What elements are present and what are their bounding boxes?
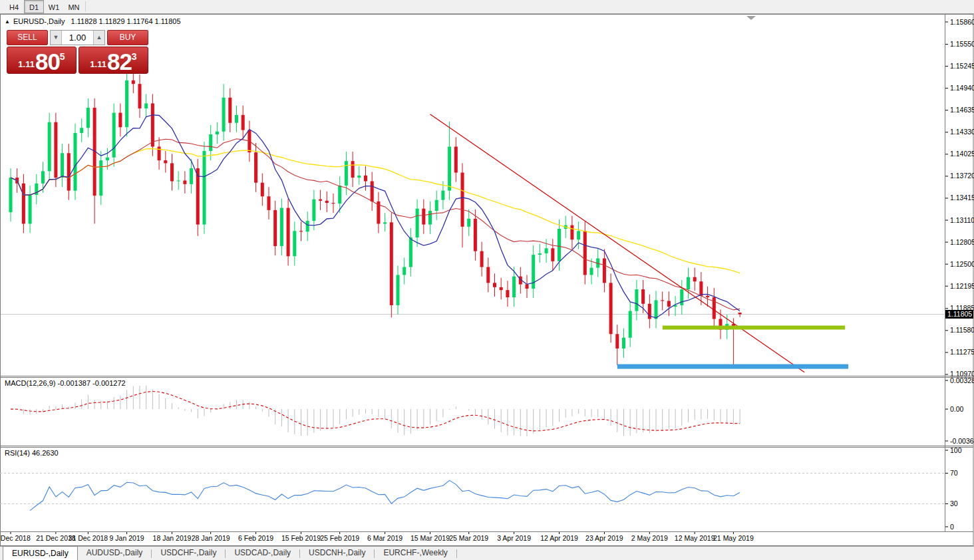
blue-support-line[interactable] [617,364,848,369]
price-tick-label: 1.13720 [950,172,974,180]
price-tick-label: 1.14330 [950,128,974,136]
one-click-trading-panel: SELL ▼ ▲ BUY 1.11 80 5 1.11 82 3 [7,30,148,74]
svg-text:70: 70 [950,469,958,477]
svg-text:12 Apr 2019: 12 Apr 2019 [540,534,578,542]
svg-text:23 Apr 2019: 23 Apr 2019 [585,534,623,542]
price-pane-layer [0,72,945,372]
svg-text:3 Apr 2019: 3 Apr 2019 [497,534,531,542]
price-tick-label: 1.14635 [950,106,974,114]
rsi-pane [0,450,948,527]
svg-text:6 Mar 2019: 6 Mar 2019 [367,534,403,542]
volume-down-icon[interactable]: ▼ [51,31,62,45]
svg-text:100: 100 [950,446,962,454]
price-tick-label: 1.14940 [950,84,974,92]
ma-fast-line [11,115,740,318]
svg-text:28 Jan 2019: 28 Jan 2019 [192,534,230,542]
sell-price-box[interactable]: 1.11 80 5 [7,47,77,74]
volume-up-icon[interactable]: ▲ [93,31,104,45]
macd-label: MACD(12,26,9) -0.001387 -0.001272 [5,379,126,387]
collapse-triangle-icon[interactable]: ▲ [5,19,10,25]
price-tick-label: 1.13415 [950,194,974,202]
buy-price-digits: 82 [107,51,132,72]
timeframe-d1-button[interactable]: D1 [24,0,44,13]
sell-button[interactable]: SELL [7,30,48,45]
buy-button[interactable]: BUY [107,30,148,45]
timeframe-mn-button[interactable]: MN [64,0,84,13]
rsi-line [30,480,740,510]
svg-text:1.11805: 1.11805 [947,310,972,318]
timeframe-w1-button[interactable]: W1 [44,0,64,13]
svg-text:15 Feb 2019: 15 Feb 2019 [281,534,321,542]
svg-text:25 Mar 2019: 25 Mar 2019 [449,534,488,542]
macd-pane [11,380,948,441]
tab-usdchf-daily[interactable]: USDCHF-,Daily [152,547,225,560]
price-tick-label: 1.15550 [950,40,974,48]
chart-ohlc-values: 1.11828 1.11829 1.11764 1.11805 [71,17,181,25]
price-tick-label: 1.12805 [950,238,974,246]
rsi-label: RSI(14) 46.2630 [5,449,59,457]
chart-symbol-period: EURUSD-,Daily [13,17,65,25]
tab-audusd-daily[interactable]: AUDUSD-,Daily [78,547,152,560]
price-tick-label: 1.12500 [950,260,974,268]
price-tick-label: 1.15860 [950,18,974,26]
sell-price-digits: 80 [35,51,60,72]
svg-text:0.00: 0.00 [950,405,964,413]
svg-text:-0.003659: -0.003659 [950,437,974,445]
chart-canvas[interactable]: 1.158601.155501.152451.149401.146351.143… [0,0,974,560]
toolbar-separator [85,1,86,12]
price-tick-label: 1.12195 [950,282,974,290]
tab-separator [456,549,457,558]
sell-price-pipette: 5 [60,51,65,62]
timeframe-toolbar: H4 D1 W1 MN [0,0,974,14]
svg-text:21 May 2019: 21 May 2019 [713,534,754,542]
sell-price-prefix: 1.11 [18,59,35,69]
chart-tabs-bar: EURUSD-,Daily AUDUSD-,Daily USDCHF-,Dail… [0,546,974,560]
price-tick-label: 1.11275 [950,348,974,356]
ma-mid-line [11,139,740,310]
svg-text:0.003287: 0.003287 [950,376,974,384]
price-tick-label: 1.13110 [950,216,974,224]
candles-layer [9,72,742,368]
tab-usdcnh-daily[interactable]: USDCNH-,Daily [300,547,374,560]
price-tick-label: 1.15245 [950,62,974,70]
tab-eurusd-daily[interactable]: EURUSD-,Daily [3,546,78,560]
svg-text:15 Mar 2019: 15 Mar 2019 [410,534,450,542]
volume-input[interactable] [62,31,93,45]
svg-text:0: 0 [950,523,954,531]
tab-usdcad-daily[interactable]: USDCAD-,Daily [226,547,299,560]
buy-price-prefix: 1.11 [90,59,106,69]
scroll-to-end-icon[interactable] [746,16,756,20]
timeframe-h4-button[interactable]: H4 [4,0,24,13]
svg-text:2 May 2019: 2 May 2019 [631,534,668,542]
trading-platform-window: { "toolbar": { "timeframes": [ {"label":… [0,0,974,560]
svg-text:12 Dec 2018: 12 Dec 2018 [0,534,31,542]
price-tick-label: 1.14025 [950,150,974,158]
volume-spinner: ▼ ▲ [50,30,105,45]
svg-text:9 Jan 2019: 9 Jan 2019 [110,534,144,542]
svg-text:12 May 2019: 12 May 2019 [675,534,715,542]
buy-price-pipette: 3 [132,51,137,62]
price-tick-label: 1.11580 [950,326,974,334]
ma-slow-line [11,149,740,273]
svg-text:31 Dec 2018: 31 Dec 2018 [69,534,108,542]
green-support-line[interactable] [663,326,846,330]
buy-price-box[interactable]: 1.11 82 3 [79,47,148,74]
svg-text:25 Feb 2019: 25 Feb 2019 [320,534,359,542]
tab-eurchf-weekly[interactable]: EURCHF-,Weekly [375,547,456,560]
svg-text:30: 30 [950,499,958,507]
svg-text:6 Feb 2019: 6 Feb 2019 [238,534,273,542]
svg-text:18 Jan 2019: 18 Jan 2019 [153,534,192,542]
chart-ohlc-header: ▲EURUSD-,Daily1.11828 1.11829 1.11764 1.… [5,17,181,25]
